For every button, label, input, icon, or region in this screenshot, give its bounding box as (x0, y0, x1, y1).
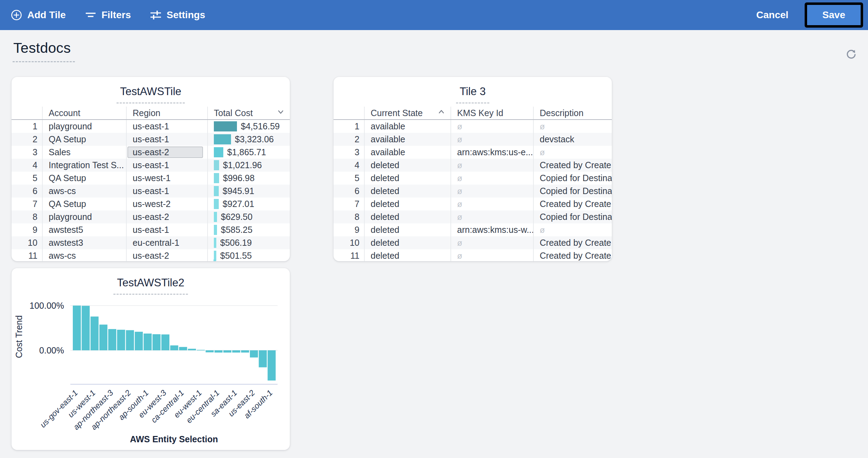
cell-description[interactable]: ø (533, 223, 612, 236)
cell-region[interactable]: us-east-2 (126, 210, 207, 223)
cell-total-cost[interactable]: $4,516.59 (207, 120, 290, 133)
header-region[interactable]: Region (126, 107, 207, 119)
bar[interactable] (197, 350, 205, 351)
cell-current-state[interactable]: deleted (364, 210, 450, 223)
cell-total-cost[interactable]: $3,323.06 (207, 133, 290, 146)
cell-total-cost[interactable]: $1,021.96 (207, 159, 290, 172)
cell-account[interactable]: Integration Test S... (42, 159, 126, 172)
bar[interactable] (241, 350, 249, 352)
tile-title[interactable]: TestAWSTile (117, 85, 185, 103)
save-button[interactable]: Save (807, 5, 861, 25)
cell-region[interactable]: us-east-1 (126, 223, 207, 236)
bar[interactable] (82, 306, 90, 350)
cell-total-cost[interactable]: $585.25 (207, 223, 290, 236)
cell-total-cost[interactable]: $501.55 (207, 249, 290, 261)
cell-description[interactable]: ø (533, 146, 612, 159)
cell-account[interactable]: QA Setup (42, 133, 126, 146)
bar[interactable] (232, 350, 240, 352)
bar[interactable] (188, 349, 196, 350)
cell-current-state[interactable]: available (364, 120, 450, 133)
cell-current-state[interactable]: deleted (364, 198, 450, 210)
cell-account[interactable]: Sales (42, 146, 126, 159)
cell-region[interactable]: us-east-1 (126, 133, 207, 146)
cell-kms-key-id[interactable]: ø (450, 236, 533, 249)
cell-account[interactable]: QA Setup (42, 172, 126, 185)
cell-region[interactable]: eu-central-1 (126, 236, 207, 249)
cell-description[interactable]: Copied for Destina... (533, 185, 612, 198)
cell-account[interactable]: playground (42, 210, 126, 223)
header-description[interactable]: Description (533, 107, 612, 119)
header-total-cost[interactable]: Total Cost (207, 107, 290, 119)
cell-kms-key-id[interactable]: ø (450, 210, 533, 223)
bar[interactable] (144, 334, 152, 350)
cell-kms-key-id[interactable]: ø (450, 172, 533, 185)
cell-description[interactable]: Created by Create... (533, 198, 612, 210)
bar[interactable] (223, 350, 231, 352)
tile-title[interactable]: Tile 3 (456, 85, 489, 103)
cell-current-state[interactable]: deleted (364, 249, 450, 261)
cell-total-cost[interactable]: $945.91 (207, 185, 290, 198)
cell-kms-key-id[interactable]: ø (450, 185, 533, 198)
cell-region[interactable]: us-east-2 (126, 249, 207, 261)
bar[interactable] (268, 350, 276, 380)
cell-description[interactable]: Copied for Destina... (533, 210, 612, 223)
cell-account[interactable]: awstest5 (42, 223, 126, 236)
bar[interactable] (108, 329, 116, 350)
cell-description[interactable]: Created by Create... (533, 236, 612, 249)
chevron-down-icon[interactable] (276, 108, 285, 118)
cell-region[interactable]: us-west-1 (126, 172, 207, 185)
dashboard-title[interactable]: Testdocs (13, 40, 75, 62)
cell-account[interactable]: playground (42, 120, 126, 133)
refresh-icon[interactable] (845, 48, 858, 62)
cell-current-state[interactable]: deleted (364, 223, 450, 236)
bar[interactable] (161, 335, 169, 350)
bar[interactable] (206, 350, 214, 352)
cell-region[interactable]: us-east-2 (126, 146, 207, 159)
cell-current-state[interactable]: available (364, 133, 450, 146)
cell-kms-key-id[interactable]: ø (450, 249, 533, 261)
cell-total-cost[interactable]: $996.98 (207, 172, 290, 185)
bar[interactable] (259, 350, 267, 367)
cell-description[interactable]: devstack (533, 133, 612, 146)
settings-button[interactable]: Settings (150, 9, 205, 21)
cell-total-cost[interactable]: $629.50 (207, 210, 290, 223)
add-tile-button[interactable]: Add Tile (10, 9, 66, 21)
cell-total-cost[interactable]: $1,865.71 (207, 146, 290, 159)
selected-cell[interactable]: us-east-2 (127, 146, 203, 158)
filters-button[interactable]: Filters (85, 9, 131, 21)
cell-current-state[interactable]: deleted (364, 159, 450, 172)
bar[interactable] (99, 324, 107, 350)
cell-description[interactable]: ø (533, 120, 612, 133)
bar[interactable] (170, 345, 178, 350)
cell-kms-key-id[interactable]: arn:aws:kms:us-e... (450, 146, 533, 159)
cell-kms-key-id[interactable]: arn:aws:kms:us-w... (450, 223, 533, 236)
cell-kms-key-id[interactable]: ø (450, 133, 533, 146)
bar[interactable] (91, 316, 99, 350)
cell-region[interactable]: us-east-1 (126, 120, 207, 133)
bar[interactable] (73, 306, 81, 350)
cell-total-cost[interactable]: $506.19 (207, 236, 290, 249)
cell-description[interactable]: Copied for Destina... (533, 172, 612, 185)
bar[interactable] (153, 334, 161, 350)
cell-region[interactable]: us-east-1 (126, 159, 207, 172)
cell-account[interactable]: QA Setup (42, 198, 126, 210)
bar[interactable] (215, 350, 223, 352)
cell-description[interactable]: Created by Create... (533, 249, 612, 261)
bar[interactable] (179, 347, 187, 350)
chevron-up-icon[interactable] (437, 108, 446, 118)
cell-description[interactable]: Created by Create... (533, 159, 612, 172)
cell-kms-key-id[interactable]: ø (450, 159, 533, 172)
bar[interactable] (135, 332, 143, 350)
cell-account[interactable]: awstest3 (42, 236, 126, 249)
cell-kms-key-id[interactable]: ø (450, 120, 533, 133)
bar[interactable] (250, 350, 258, 357)
cell-total-cost[interactable]: $927.01 (207, 198, 290, 210)
header-current-state[interactable]: Current State (364, 107, 450, 119)
cell-current-state[interactable]: deleted (364, 172, 450, 185)
cell-kms-key-id[interactable]: ø (450, 198, 533, 210)
cell-region[interactable]: us-west-2 (126, 198, 207, 210)
tile-title[interactable]: TestAWSTile2 (113, 277, 188, 295)
cell-account[interactable]: aws-cs (42, 185, 126, 198)
cell-current-state[interactable]: available (364, 146, 450, 159)
bar[interactable] (117, 330, 125, 350)
